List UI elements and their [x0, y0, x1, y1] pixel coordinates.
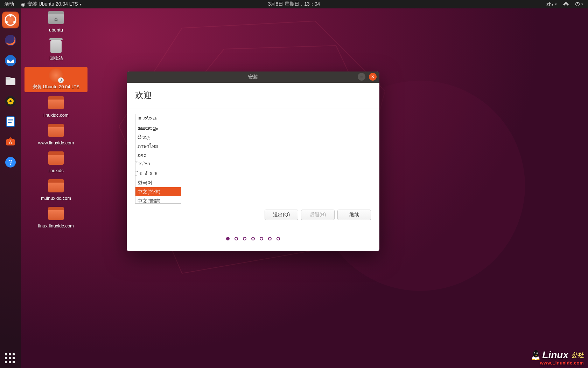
svg-text:?: ?	[8, 158, 12, 166]
language-option[interactable]: ಕನ್ನಡ	[135, 114, 181, 123]
page-dot[interactable]	[260, 237, 263, 240]
installer-heading: 欢迎	[135, 90, 371, 101]
nautilus-folder-icon[interactable]	[2, 73, 19, 89]
desktop-icon[interactable]: www.linuxidc.c­om	[24, 123, 88, 148]
chevron-down-icon: ▾	[80, 2, 82, 6]
desktop-icon[interactable]: 回收站	[24, 38, 88, 63]
svg-point-26	[533, 350, 539, 357]
close-icon: ✕	[371, 74, 374, 79]
desktop-icon[interactable]: m.linuxidc.com	[24, 179, 88, 203]
continue-button[interactable]: 继续	[337, 210, 371, 220]
page-indicator	[127, 237, 379, 240]
divider	[127, 109, 379, 109]
desktop-icon[interactable]: ⌂ubuntu	[24, 11, 88, 35]
desktop-icon-label: 回收站	[26, 55, 86, 61]
language-option[interactable]: 中文(繁體)	[135, 196, 181, 204]
page-dot[interactable]	[251, 237, 255, 240]
svg-point-6	[9, 15, 12, 17]
dock: A ?	[0, 8, 21, 368]
desktop-icon-label: linuxidc.com	[26, 113, 86, 118]
desktop-icon[interactable]: 安装 Ubuntu 20.04 LTS	[24, 67, 88, 92]
language-option[interactable]: 한국어	[135, 178, 181, 187]
app-menu[interactable]: ◉ 安装 Ubuntu 20.04 LTS ▾	[18, 1, 84, 7]
quit-button[interactable]: 退出(Q)	[265, 210, 298, 220]
page-dot[interactable]	[226, 237, 230, 240]
svg-point-7	[6, 21, 8, 23]
desktop-icon-label: m.linuxidc.com	[26, 196, 86, 201]
svg-text:A: A	[9, 139, 12, 145]
activities-button[interactable]: 活动	[0, 1, 18, 7]
show-applications-icon	[5, 353, 16, 364]
window-minimize-button[interactable]: –	[358, 73, 365, 81]
svg-rect-20	[8, 122, 12, 123]
window-titlebar[interactable]: 安装 – ✕	[127, 71, 379, 83]
folder-icon	[48, 181, 64, 193]
svg-point-30	[537, 353, 538, 354]
page-dot[interactable]	[276, 237, 280, 240]
show-applications-button[interactable]	[0, 353, 21, 364]
page-dot[interactable]	[234, 237, 238, 240]
window-close-button[interactable]: ✕	[369, 73, 377, 81]
chevron-down-icon: ▾	[555, 2, 557, 6]
top-bar: 活动 ◉ 安装 Ubuntu 20.04 LTS ▾ 3月8日 星期日，13：0…	[0, 0, 588, 8]
folder-icon	[48, 98, 64, 110]
watermark-url: www.Linuxidc.com	[540, 361, 584, 365]
svg-rect-16	[7, 117, 14, 127]
help-icon[interactable]: ?	[2, 154, 19, 171]
tux-icon	[531, 349, 541, 361]
language-option[interactable]: සිංහල	[135, 132, 181, 142]
watermark: Linux 公社 www.Linuxidc.com	[531, 349, 584, 365]
language-option[interactable]: ລາວ	[135, 151, 181, 160]
desktop-icon-label: www.linuxidc.c­om	[26, 140, 86, 145]
ubuntu-install-icon	[48, 69, 64, 82]
desktop-icon-label: linuxidc	[26, 168, 86, 173]
svg-point-8	[13, 21, 15, 23]
back-button: 后退(B)	[301, 210, 335, 220]
window-title: 安装	[248, 74, 258, 80]
desktop-icon-label: ubuntu	[26, 27, 86, 33]
svg-point-32	[537, 359, 540, 360]
language-option[interactable]: བོད་ཡིག	[135, 160, 181, 169]
watermark-brand-cn: 公社	[571, 352, 584, 358]
page-dot[interactable]	[243, 237, 246, 240]
rhythmbox-icon[interactable]	[2, 93, 19, 110]
folder-icon	[48, 125, 64, 138]
desktop-icon[interactable]: linuxidc.com	[24, 96, 88, 120]
libreoffice-writer-icon[interactable]	[2, 113, 19, 130]
watermark-brand: Linux	[542, 350, 568, 360]
desktop-icons: ⌂ubuntu回收站安装 Ubuntu 20.04 LTSlinuxidc.co…	[24, 11, 88, 231]
folder-icon	[48, 153, 64, 166]
firefox-icon[interactable]	[2, 32, 19, 49]
language-option[interactable]: ภาษาไทย	[135, 142, 181, 151]
page-dot[interactable]	[268, 237, 272, 240]
language-list[interactable]: ಕನ್ನಡമലയാളംසිංහලภาษาไทยລາວབོད་ཡིགမြန်မာစ…	[135, 114, 181, 204]
svg-rect-12	[6, 77, 10, 80]
desktop-icon[interactable]: linuxidc	[24, 151, 88, 175]
app-menu-label: 安装 Ubuntu 20.04 LTS	[27, 1, 78, 7]
svg-point-15	[9, 100, 12, 102]
thunderbird-icon[interactable]	[2, 52, 19, 69]
language-option[interactable]: မြန်မာစာ	[135, 169, 181, 178]
language-option[interactable]: മലയാളം	[135, 123, 181, 132]
files-app-icon[interactable]	[2, 12, 19, 28]
network-icon[interactable]	[563, 2, 569, 7]
svg-rect-18	[8, 119, 13, 120]
installer-window: 安装 – ✕ 欢迎 ಕನ್ನಡമലയാളംසිංහලภาษาไทยລາວབོད་…	[127, 71, 379, 251]
power-icon	[575, 2, 580, 7]
desktop-icon[interactable]: linux.linuxidc.co­m	[24, 206, 88, 231]
svg-point-31	[532, 359, 536, 360]
svg-rect-4	[577, 2, 578, 4]
input-method-indicator[interactable]: zh₁ ▾	[546, 1, 557, 7]
svg-point-29	[534, 353, 535, 354]
trash-icon	[48, 40, 64, 53]
desktop-icon-label: 安装 Ubuntu 20.04 LTS	[26, 84, 86, 90]
install-icon: ◉	[21, 1, 25, 7]
ubuntu-software-icon[interactable]: A	[2, 134, 19, 150]
clock[interactable]: 3月8日 星期日，13：04	[268, 1, 320, 7]
desktop-icon-label: linux.linuxidc.co­m	[26, 223, 86, 229]
folder-icon	[48, 209, 64, 221]
power-menu[interactable]: ▾	[575, 2, 583, 7]
language-option[interactable]: 中文(简体)	[135, 187, 181, 196]
svg-rect-19	[8, 121, 13, 121]
system-tray: zh₁ ▾ ▾	[546, 1, 588, 7]
